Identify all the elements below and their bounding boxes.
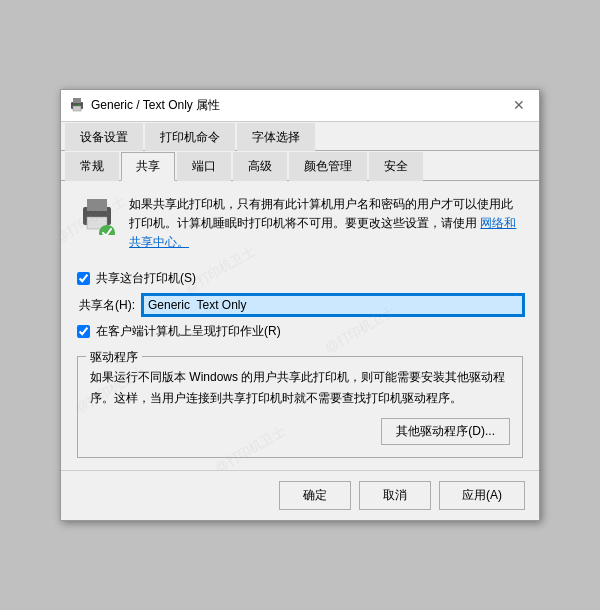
title-bar-right: ✕ <box>507 93 531 117</box>
share-printer-label: 共享这台打印机(S) <box>96 270 196 287</box>
info-text-part1: 如果共享此打印机，只有拥有此计算机用户名和密码的用户才可以使用此打印机。计算机睡… <box>129 197 513 230</box>
other-drivers-button[interactable]: 其他驱动程序(D)... <box>381 418 510 445</box>
share-printer-checkbox[interactable] <box>77 272 90 285</box>
svg-rect-5 <box>87 199 107 211</box>
content: 如果共享此打印机，只有拥有此计算机用户名和密码的用户才可以使用此打印机。计算机睡… <box>61 181 539 470</box>
client-render-checkbox[interactable] <box>77 325 90 338</box>
cancel-button[interactable]: 取消 <box>359 481 431 510</box>
share-printer-checkbox-label[interactable]: 共享这台打印机(S) <box>77 270 523 287</box>
apply-button[interactable]: 应用(A) <box>439 481 525 510</box>
client-render-label: 在客户端计算机上呈现打印作业(R) <box>96 323 281 340</box>
info-box: 如果共享此打印机，只有拥有此计算机用户名和密码的用户才可以使用此打印机。计算机睡… <box>77 195 523 253</box>
share-name-row: 共享名(H): <box>79 295 523 315</box>
svg-rect-2 <box>73 106 81 111</box>
tab-ports[interactable]: 端口 <box>177 152 231 181</box>
bottom-bar: 确定 取消 应用(A) <box>61 470 539 520</box>
tab-row-2: 常规 共享 端口 高级 颜色管理 安全 <box>61 151 539 181</box>
tab-general[interactable]: 常规 <box>65 152 119 181</box>
share-name-label: 共享名(H): <box>79 297 135 314</box>
tab-advanced[interactable]: 高级 <box>233 152 287 181</box>
tab-sharing[interactable]: 共享 <box>121 152 175 181</box>
svg-rect-1 <box>73 98 81 103</box>
properties-window: Generic / Text Only 属性 ✕ 设备设置 打印机命令 字体选择… <box>60 89 540 521</box>
title-bar: Generic / Text Only 属性 ✕ <box>61 90 539 122</box>
tab-printer-commands[interactable]: 打印机命令 <box>145 123 235 151</box>
tab-color-management[interactable]: 颜色管理 <box>289 152 367 181</box>
printer-status-icon <box>77 195 117 238</box>
close-button[interactable]: ✕ <box>507 93 531 117</box>
driver-box: 驱动程序 如果运行不同版本 Windows 的用户共享此打印机，则可能需要安装其… <box>77 356 523 458</box>
svg-rect-3 <box>78 104 80 105</box>
window-title: Generic / Text Only 属性 <box>91 97 220 114</box>
client-render-checkbox-label[interactable]: 在客户端计算机上呈现打印作业(R) <box>77 323 523 340</box>
title-bar-left: Generic / Text Only 属性 <box>69 97 220 114</box>
info-text: 如果共享此打印机，只有拥有此计算机用户名和密码的用户才可以使用此打印机。计算机睡… <box>129 195 523 253</box>
driver-box-title: 驱动程序 <box>86 349 142 366</box>
tab-row-1: 设备设置 打印机命令 字体选择 <box>61 122 539 151</box>
form-area: 共享这台打印机(S) 共享名(H): 在客户端计算机上呈现打印作业(R) <box>77 270 523 340</box>
tab-device-settings[interactable]: 设备设置 <box>65 123 143 151</box>
content-wrapper: 如果共享此打印机，只有拥有此计算机用户名和密码的用户才可以使用此打印机。计算机睡… <box>61 181 539 470</box>
ok-button[interactable]: 确定 <box>279 481 351 510</box>
share-name-input[interactable] <box>143 295 523 315</box>
driver-text: 如果运行不同版本 Windows 的用户共享此打印机，则可能需要安装其他驱动程序… <box>90 367 510 408</box>
tab-security[interactable]: 安全 <box>369 152 423 181</box>
tab-font-selection[interactable]: 字体选择 <box>237 123 315 151</box>
printer-icon <box>69 97 85 113</box>
driver-btn-row: 其他驱动程序(D)... <box>90 418 510 445</box>
